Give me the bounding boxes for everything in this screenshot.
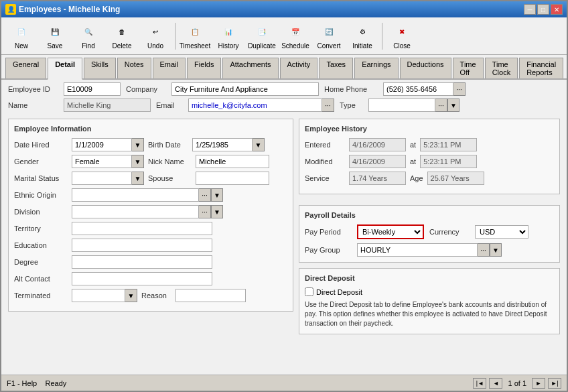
type-browse-button[interactable]: ··· — [435, 99, 447, 112]
modified-time-input — [420, 155, 477, 168]
home-phone-browse-button[interactable]: ··· — [453, 82, 466, 96]
home-phone-input[interactable] — [383, 82, 453, 96]
employee-id-input[interactable] — [64, 82, 121, 96]
maximize-button[interactable]: □ — [537, 4, 549, 15]
type-input[interactable] — [368, 99, 435, 112]
entered-at-text: at — [410, 141, 416, 149]
pay-period-select[interactable]: Bi-Weekly Weekly Monthly Semi-Monthly — [357, 224, 424, 239]
tab-email[interactable]: Email — [153, 58, 186, 78]
timesheet-icon: 📋 — [186, 22, 204, 41]
pay-group-dropdown-button[interactable]: ▼ — [490, 243, 502, 257]
close-button[interactable]: ✕ — [551, 4, 563, 15]
ethnic-dropdown-button[interactable]: ▼ — [211, 188, 223, 202]
tab-timeoff[interactable]: Time Off — [453, 58, 484, 78]
form-row-2: Name Email ··· Type ··· ▼ — [8, 99, 560, 112]
birth-date-input[interactable] — [192, 138, 253, 151]
territory-input[interactable] — [72, 222, 212, 235]
history-button[interactable]: 📊 History — [212, 21, 244, 52]
employee-info-title: Employee Information — [14, 125, 287, 133]
tab-financialreports[interactable]: Financial Reports — [519, 58, 563, 78]
convert-label: Convert — [317, 42, 340, 50]
tabs-row: General Detail Skills Notes Email Fields… — [1, 55, 567, 80]
currency-select[interactable]: USD EUR GBP — [475, 225, 528, 239]
company-input[interactable] — [171, 82, 319, 96]
tab-detail[interactable]: Detail — [48, 58, 82, 80]
ethnic-origin-input[interactable] — [72, 188, 199, 202]
undo-button[interactable]: ↩ Undo — [139, 21, 171, 52]
delete-label: Delete — [113, 42, 132, 50]
ethnic-browse-button[interactable]: ··· — [199, 188, 211, 202]
timesheet-button[interactable]: 📋 Timesheet — [179, 21, 211, 52]
tab-notes[interactable]: Notes — [117, 58, 151, 78]
gender-dropdown-button[interactable]: ▼ — [132, 155, 144, 168]
birth-date-dropdown-button[interactable]: ▼ — [253, 138, 265, 151]
reason-input[interactable] — [175, 289, 246, 302]
convert-button[interactable]: 🔄 Convert — [313, 21, 345, 52]
save-button[interactable]: 💾 Save — [39, 21, 71, 52]
division-label: Division — [14, 208, 68, 216]
degree-input[interactable] — [72, 255, 212, 269]
type-dropdown-button[interactable]: ▼ — [447, 99, 459, 112]
find-label: Find — [82, 42, 94, 50]
education-label: Education — [14, 241, 68, 249]
employee-id-label: Employee ID — [8, 85, 58, 93]
name-input[interactable] — [64, 99, 151, 112]
marital-dropdown-button[interactable]: ▼ — [132, 172, 144, 185]
app-icon: 👤 — [5, 4, 16, 15]
age-input — [427, 172, 484, 185]
date-hired-dropdown-button[interactable]: ▼ — [132, 138, 144, 151]
find-button[interactable]: 🔍 Find — [72, 21, 104, 52]
delete-button[interactable]: 🗑 Delete — [106, 21, 138, 52]
marital-wrapper: ▼ — [72, 172, 144, 185]
close-toolbar-icon: ✖ — [393, 22, 411, 41]
tab-activity[interactable]: Activity — [280, 58, 318, 78]
division-wrapper: ··· ▼ — [72, 205, 223, 218]
nav-last-button[interactable]: ►| — [548, 378, 561, 389]
tab-taxes[interactable]: Taxes — [319, 58, 353, 78]
tab-timeclock[interactable]: Time Clock — [485, 58, 518, 78]
nav-first-button[interactable]: |◄ — [473, 378, 486, 389]
tab-skills[interactable]: Skills — [84, 58, 116, 78]
email-input[interactable] — [188, 99, 322, 112]
pay-group-input[interactable] — [357, 243, 478, 257]
tab-attachments[interactable]: Attachments — [222, 58, 278, 78]
direct-deposit-checkbox[interactable] — [305, 287, 313, 296]
division-browse-button[interactable]: ··· — [199, 205, 211, 218]
alt-contact-row: Alt Contact — [14, 272, 287, 285]
nick-name-input[interactable] — [196, 155, 269, 168]
nav-prev-button[interactable]: ◄ — [489, 378, 502, 389]
division-input[interactable] — [72, 205, 199, 218]
new-button[interactable]: 📄 New — [5, 21, 38, 52]
direct-deposit-section: Direct Deposit Direct Deposit Use the Di… — [299, 268, 560, 334]
education-input[interactable] — [72, 239, 212, 252]
tab-deductions[interactable]: Deductions — [400, 58, 451, 78]
initiate-button[interactable]: ⚙ Initiate — [346, 21, 378, 52]
nick-name-label: Nick Name — [148, 157, 192, 166]
pay-group-browse-button[interactable]: ··· — [478, 243, 490, 257]
nav-next-button[interactable]: ► — [532, 378, 545, 389]
entered-label: Entered — [305, 141, 345, 149]
terminated-dropdown-button[interactable]: ▼ — [125, 289, 137, 302]
date-hired-input[interactable] — [72, 138, 132, 151]
close-toolbar-label: Close — [393, 42, 411, 50]
modified-row: Modified at — [305, 155, 554, 168]
duplicate-button[interactable]: 📑 Duplicate — [246, 21, 278, 52]
alt-contact-input[interactable] — [72, 272, 212, 285]
tab-earnings[interactable]: Earnings — [354, 58, 398, 78]
email-browse-button[interactable]: ··· — [322, 99, 334, 112]
schedule-button[interactable]: 📅 Schedule — [279, 21, 311, 52]
terminated-label: Terminated — [14, 291, 68, 300]
history-icon: 📊 — [219, 22, 238, 41]
marital-status-input[interactable] — [72, 172, 132, 185]
close-toolbar-button[interactable]: ✖ Close — [386, 21, 418, 52]
status-bar: F1 - Help Ready |◄ ◄ 1 of 1 ► ►| — [1, 375, 567, 391]
terminated-input[interactable] — [72, 289, 125, 302]
home-phone-wrapper: ··· — [383, 82, 466, 96]
spouse-input[interactable] — [196, 172, 269, 185]
minimize-button[interactable]: ─ — [524, 4, 536, 15]
division-dropdown-button[interactable]: ▼ — [211, 205, 223, 218]
tab-general[interactable]: General — [5, 58, 46, 78]
status-nav: |◄ ◄ 1 of 1 ► ►| — [473, 378, 561, 389]
tab-fields[interactable]: Fields — [187, 58, 221, 78]
gender-input[interactable] — [72, 155, 132, 168]
